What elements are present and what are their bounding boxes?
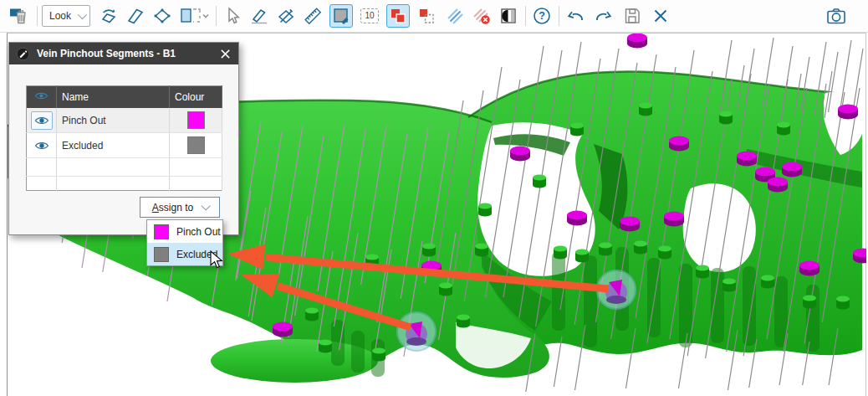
empty-row [27,177,222,191]
segment-name: Excluded [57,133,170,158]
dialog-title-text: Vein Pinchout Segments - B1 [37,48,176,59]
vein-pinchout-segments-dialog: Vein Pinchout Segments - B1 Name Colour [8,42,239,235]
dialog-title-bar[interactable]: Vein Pinchout Segments - B1 [9,43,238,64]
draw-slicer-button[interactable] [124,4,147,28]
question-glyph: ? [539,10,545,22]
eye-icon [34,115,49,126]
close-scene-button[interactable] [649,4,672,28]
interval-selection-width-button[interactable]: 10 [358,4,381,28]
measure-button[interactable] [301,4,324,28]
draw-polygon-button[interactable] [274,4,298,28]
remove-selection-lines-button[interactable] [470,4,493,28]
assign-label: ssign to [159,202,193,213]
select-cursor-button[interactable] [221,4,244,28]
chevron-down-icon [202,201,211,210]
toolbar-separator [525,6,526,26]
look-dropdown[interactable]: Look [42,5,90,27]
segment-name: Pinch Out [57,108,170,133]
toolbar-separator [216,6,217,26]
mouse-cursor [210,250,224,273]
screenshot-button[interactable] [823,4,850,28]
save-button[interactable] [620,4,644,28]
visibility-toggle[interactable] [32,137,52,154]
replace-selection-button[interactable] [386,4,410,28]
scene-toolbar: Look 10 [0,0,868,33]
move-plane-button[interactable] [97,4,120,28]
draw-slicer-polyline-button[interactable] [151,4,174,28]
menu-item-label: Pinch Out [176,226,221,238]
colour-swatch [154,247,169,262]
redo-button[interactable] [592,4,615,28]
colour-column-header: Colour [170,86,222,109]
segment-row-excluded[interactable]: Excluded [27,133,222,158]
help-button[interactable]: ? [530,4,554,28]
toolbar-separator [559,6,559,26]
look-label: Look [49,10,71,22]
slice-mode-dropdown[interactable] [177,4,212,28]
toolbar-separator [37,6,38,26]
visibility-toggle[interactable] [31,111,53,130]
undo-button[interactable] [564,4,587,28]
visibility-column-header[interactable] [27,86,57,109]
interval-value: 10 [365,11,374,20]
chevron-down-icon [78,10,87,19]
show-selection-lines-button[interactable] [443,4,467,28]
segments-table: Name Colour Pinch Out Excluded [26,85,222,191]
eye-icon [34,140,49,152]
assign-mnemonic: A [152,202,159,213]
assign-to-button[interactable]: Assign to [140,197,220,218]
menu-item-pinch-out[interactable]: Pinch Out [147,220,222,243]
pinchout-tool-icon [16,47,30,61]
clear-scene-button[interactable] [7,4,30,28]
new-selection-button[interactable] [415,4,438,28]
draw-line-button[interactable] [248,4,271,28]
colour-swatch[interactable] [187,111,205,129]
application-window: Look 10 [0,0,868,396]
colour-swatch [154,224,169,239]
eye-icon [34,90,49,101]
empty-row [27,158,222,177]
trash-icon [18,11,26,23]
colour-swatch[interactable] [187,136,205,154]
segment-row-pinch-out[interactable]: Pinch Out [27,108,222,133]
close-icon[interactable] [217,46,233,61]
paint-surface-selection-button[interactable] [329,4,353,28]
table-header-row: Name Colour [27,86,222,109]
name-column-header: Name [57,86,170,109]
invert-contrast-button[interactable] [497,4,520,28]
